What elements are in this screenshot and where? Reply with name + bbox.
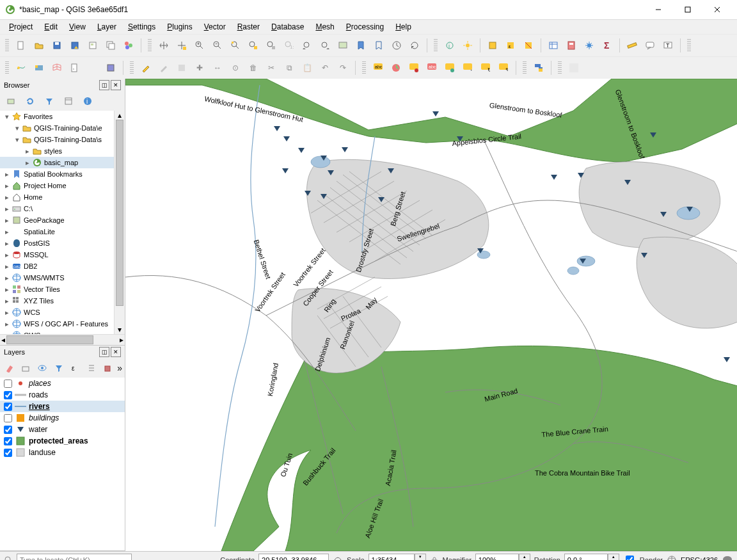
- rotation-input[interactable]: [564, 554, 608, 561]
- menu-edit[interactable]: Edit: [39, 21, 63, 33]
- label-tool-icon[interactable]: abc: [370, 60, 386, 76]
- refresh-icon[interactable]: [406, 37, 423, 54]
- layer-places[interactable]: places: [0, 378, 125, 389]
- layer-checkbox-places[interactable]: [4, 380, 12, 388]
- minimize-button[interactable]: [644, 0, 673, 19]
- manage-visibility-icon[interactable]: [35, 360, 49, 376]
- rotation-spin[interactable]: ▴▾: [608, 554, 619, 561]
- menu-project[interactable]: Project: [4, 21, 38, 33]
- layers-close-button[interactable]: ✕: [111, 347, 121, 357]
- filter-expression-icon[interactable]: ε: [68, 360, 82, 376]
- layer-rivers[interactable]: rivers: [0, 401, 125, 412]
- action-icon[interactable]: [459, 37, 476, 54]
- browser-item-mssql[interactable]: ▸MSSQL: [0, 249, 114, 260]
- pan-to-selection-icon[interactable]: [173, 37, 190, 54]
- move-label-icon[interactable]: ↔: [459, 60, 476, 76]
- browser-item-wms-wmts[interactable]: ▸WMS/WMTS: [0, 272, 114, 284]
- expand-all-icon[interactable]: [84, 360, 99, 376]
- coord-input[interactable]: [258, 554, 329, 561]
- messages-icon[interactable]: [722, 555, 733, 561]
- browser-item-wfs-ogc-api-features[interactable]: ▸WFS / OGC API - Features: [0, 318, 114, 330]
- add-virtual-icon[interactable]: [102, 60, 119, 76]
- menu-processing[interactable]: Processing: [341, 21, 389, 33]
- menu-layer[interactable]: Layer: [92, 21, 122, 33]
- current-edits-icon[interactable]: [138, 60, 154, 76]
- browser-item-geopackage[interactable]: ▸GeoPackage: [0, 214, 114, 226]
- add-delimited-icon[interactable]: ,: [67, 60, 83, 76]
- crs-icon[interactable]: [667, 555, 677, 561]
- layer-water[interactable]: water: [0, 424, 125, 435]
- identify-icon[interactable]: i: [441, 37, 458, 54]
- map-canvas[interactable]: Wolfkloof Hut to Glenstroom HutGlenstroo…: [125, 79, 737, 551]
- layer-checkbox-buildings[interactable]: [4, 414, 12, 422]
- zoom-layer-icon[interactable]: [263, 37, 280, 54]
- browser-refresh-icon[interactable]: [22, 93, 38, 109]
- new-bookmark-icon[interactable]: [353, 37, 369, 54]
- zoom-last-icon[interactable]: [299, 37, 315, 54]
- browser-item-basic-map[interactable]: ▸basic_map: [0, 157, 114, 168]
- browser-item-qgis-training-data-e[interactable]: ▾QGIS-Training-Data\e: [0, 122, 114, 134]
- map-tips-icon[interactable]: [642, 37, 658, 54]
- zoom-native-icon[interactable]: 1:1: [281, 37, 297, 54]
- plugin-icon[interactable]: [566, 60, 582, 76]
- browser-item-styles[interactable]: ▸styles: [0, 145, 114, 157]
- save-as-icon[interactable]: [67, 37, 83, 54]
- add-mesh-icon[interactable]: [49, 60, 65, 76]
- temporal-controller-icon[interactable]: [388, 37, 405, 54]
- processing-toolbox-icon[interactable]: [581, 37, 598, 54]
- browser-item-home[interactable]: ▸Home: [0, 191, 114, 203]
- browser-item-xyz-tiles[interactable]: ▸XYZ Tiles: [0, 295, 114, 307]
- menu-view[interactable]: View: [64, 21, 91, 33]
- browser-item-wcs[interactable]: ▸WCS: [0, 307, 114, 318]
- add-vector-icon[interactable]: [13, 60, 29, 76]
- layer-landuse[interactable]: landuse: [0, 447, 125, 458]
- copy-icon[interactable]: ⧉: [281, 60, 297, 76]
- move-feature-icon[interactable]: ↔: [209, 60, 226, 76]
- layers-undock-button[interactable]: ◫: [99, 347, 109, 357]
- browser-item-vector-tiles[interactable]: ▸Vector Tiles: [0, 284, 114, 295]
- annotation-text-icon[interactable]: T: [660, 37, 676, 54]
- browser-item-spatialite[interactable]: ▸SpatiaLite: [0, 226, 114, 237]
- undo-icon[interactable]: ↶: [317, 60, 333, 76]
- browser-item-project-home[interactable]: ▸Project Home: [0, 180, 114, 191]
- open-project-icon[interactable]: [31, 37, 47, 54]
- layer-styling-icon[interactable]: [3, 360, 17, 376]
- browser-hscroll[interactable]: ◂▸: [0, 334, 125, 345]
- add-group-icon[interactable]: [19, 360, 33, 376]
- crs-button[interactable]: EPSG:4326: [681, 556, 718, 561]
- toggle-extents-icon[interactable]: [333, 555, 343, 561]
- layer-roads[interactable]: roads: [0, 389, 125, 401]
- new-project-icon[interactable]: [13, 37, 29, 54]
- python-console-icon[interactable]: [530, 60, 547, 76]
- menu-plugins[interactable]: Plugins: [162, 21, 197, 33]
- layer-checkbox-water[interactable]: [4, 426, 12, 434]
- browser-item-favorites[interactable]: ▾Favorites: [0, 111, 114, 122]
- redo-icon[interactable]: ↷: [335, 60, 351, 76]
- show-hide-labels-icon[interactable]: [441, 60, 458, 76]
- locator-input[interactable]: [17, 554, 132, 561]
- stat-summary-icon[interactable]: Σ: [599, 37, 615, 54]
- maximize-button[interactable]: [673, 0, 702, 19]
- layer-checkbox-roads[interactable]: [4, 391, 12, 399]
- magnifier-spin[interactable]: ▴▾: [519, 554, 530, 561]
- scale-dropdown[interactable]: ▾: [415, 554, 426, 561]
- layer-checkbox-landuse[interactable]: [4, 449, 12, 457]
- measure-icon[interactable]: [624, 37, 640, 54]
- select-features-icon[interactable]: [484, 37, 501, 54]
- node-tool-icon[interactable]: ⊙: [227, 60, 244, 76]
- zoom-selection-icon[interactable]: [245, 37, 262, 54]
- new-map-view-icon[interactable]: [335, 37, 351, 54]
- new-layout-icon[interactable]: [84, 37, 101, 54]
- menu-raster[interactable]: Raster: [232, 21, 265, 33]
- magnifier-input[interactable]: [475, 554, 519, 561]
- remove-layer-icon[interactable]: [101, 360, 115, 376]
- add-layer-icon[interactable]: [3, 93, 19, 109]
- browser-close-button[interactable]: ✕: [111, 80, 121, 90]
- layer-protected_areas[interactable]: protected_areas: [0, 435, 125, 447]
- show-bookmarks-icon[interactable]: [370, 37, 387, 54]
- pan-icon[interactable]: [155, 37, 172, 54]
- toggle-edit-icon[interactable]: [155, 60, 172, 76]
- render-checkbox[interactable]: [626, 556, 634, 560]
- menu-mesh[interactable]: Mesh: [310, 21, 339, 33]
- layers-more-icon[interactable]: »: [117, 363, 122, 373]
